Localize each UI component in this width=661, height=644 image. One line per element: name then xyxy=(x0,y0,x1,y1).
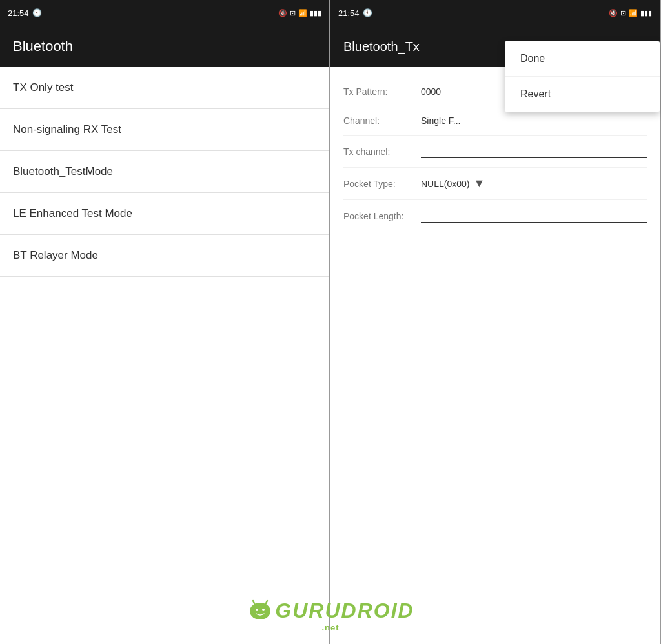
channel-value: Single F... xyxy=(421,116,460,126)
overflow-menu-revert[interactable]: Revert xyxy=(505,77,660,112)
left-menu-list: TX Only test Non-signaling RX Test Bluet… xyxy=(0,67,329,644)
right-screen-icon: ⊡ xyxy=(620,9,626,17)
right-status-icons: 🔇 ⊡ 📶 ▮▮▮ xyxy=(609,9,652,17)
menu-item-bt-relayer-label: BT Relayer Mode xyxy=(13,249,98,261)
left-status-bar: 21:54 🕙 🔇 ⊡ 📶 ▮▮▮ xyxy=(0,0,329,26)
menu-item-tx-only[interactable]: TX Only test xyxy=(0,67,329,109)
menu-item-non-signaling[interactable]: Non-signaling RX Test xyxy=(0,109,329,151)
tx-pattern-label: Tx Pattern: xyxy=(343,86,421,97)
left-phone-panel: 21:54 🕙 🔇 ⊡ 📶 ▮▮▮ Bluetooth TX Only test… xyxy=(0,0,330,644)
right-clock: 21:54 xyxy=(338,8,360,18)
overflow-menu-done[interactable]: Done xyxy=(505,41,660,77)
wifi-icon: 📶 xyxy=(298,9,307,17)
menu-item-bt-relayer[interactable]: BT Relayer Mode xyxy=(0,235,329,277)
watermark-logo: GURUDROID xyxy=(247,598,414,623)
menu-item-bt-testmode[interactable]: Bluetooth_TestMode xyxy=(0,151,329,193)
right-status-bar: 21:54 🕙 🔇 ⊡ 📶 ▮▮▮ xyxy=(330,0,660,26)
menu-item-tx-only-label: TX Only test xyxy=(13,81,74,94)
battery-icon: ▮▮▮ xyxy=(310,9,321,17)
watermark: GURUDROID .net xyxy=(0,598,661,632)
pocket-length-row: Pocket Length: xyxy=(343,200,647,232)
watermark-net: .net xyxy=(321,623,339,632)
menu-item-bt-testmode-label: Bluetooth_TestMode xyxy=(13,165,113,177)
done-label: Done xyxy=(520,53,545,64)
right-content-area: Tx Pattern: 0000 Channel: Single F... Tx… xyxy=(330,67,660,644)
right-time: 21:54 🕙 xyxy=(338,8,372,18)
pocket-type-row: Pocket Type: NULL(0x00) ▼ xyxy=(343,168,647,200)
pocket-type-dropdown[interactable]: NULL(0x00) ▼ xyxy=(421,177,485,190)
tx-channel-label: Tx channel: xyxy=(343,146,421,157)
revert-label: Revert xyxy=(520,88,551,99)
clock-icon: 🕙 xyxy=(32,8,42,17)
menu-item-le-enhanced[interactable]: LE Enhanced Test Mode xyxy=(0,193,329,235)
svg-point-3 xyxy=(256,609,258,611)
overflow-menu: Done Revert xyxy=(505,41,660,112)
menu-item-non-signaling-label: Non-signaling RX Test xyxy=(13,123,121,136)
svg-point-4 xyxy=(262,609,265,611)
pocket-length-input[interactable] xyxy=(421,209,647,223)
tx-pattern-value: 0000 xyxy=(421,86,441,97)
channel-label: Channel: xyxy=(343,116,421,126)
left-time: 21:54 🕙 xyxy=(8,8,42,18)
right-wifi-icon: 📶 xyxy=(629,9,638,17)
tx-channel-input[interactable] xyxy=(421,145,647,158)
watermark-text: GURUDROID xyxy=(275,599,414,623)
right-phone-panel: 21:54 🕙 🔇 ⊡ 📶 ▮▮▮ Bluetooth_Tx Done Reve… xyxy=(330,0,661,644)
pocket-type-label: Pocket Type: xyxy=(343,179,421,189)
mute-icon: 🔇 xyxy=(278,9,287,17)
left-app-bar: Bluetooth xyxy=(0,26,329,67)
left-app-title: Bluetooth xyxy=(13,38,73,55)
menu-item-le-enhanced-label: LE Enhanced Test Mode xyxy=(13,207,132,219)
screen-icon: ⊡ xyxy=(290,9,296,17)
android-icon xyxy=(247,598,274,623)
right-clock-icon: 🕙 xyxy=(363,8,372,17)
right-battery-icon: ▮▮▮ xyxy=(640,9,652,17)
tx-channel-row: Tx channel: xyxy=(343,136,647,168)
pocket-type-value: NULL(0x00) xyxy=(421,179,469,189)
left-status-icons: 🔇 ⊡ 📶 ▮▮▮ xyxy=(278,9,321,17)
svg-point-2 xyxy=(250,603,270,619)
pocket-length-label: Pocket Length: xyxy=(343,211,421,221)
dropdown-arrow-icon: ▼ xyxy=(473,177,485,190)
left-clock: 21:54 xyxy=(8,8,29,18)
right-mute-icon: 🔇 xyxy=(609,9,618,17)
